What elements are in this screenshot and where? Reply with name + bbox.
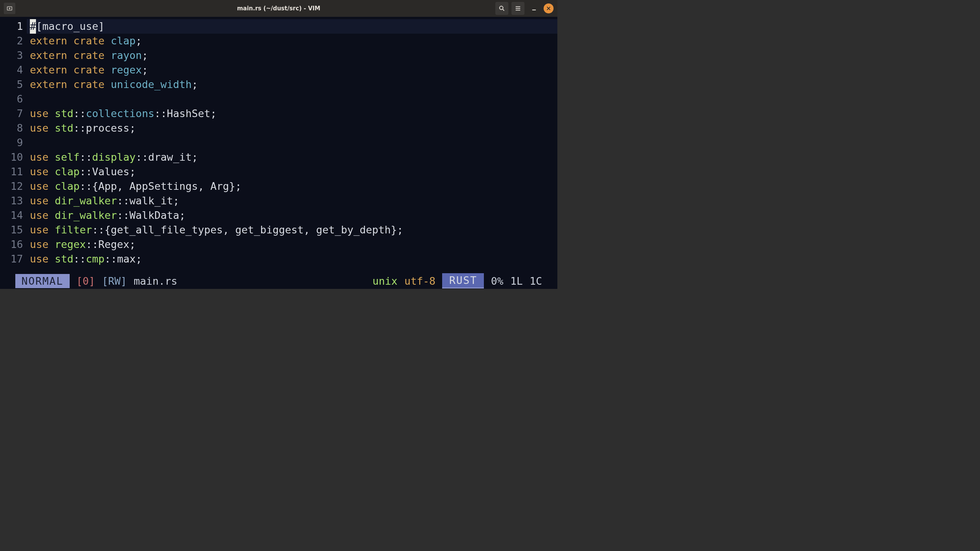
- window-title: main.rs (~/dust/src) - VIM: [237, 5, 320, 12]
- code-line[interactable]: extern crate rayon;: [27, 48, 557, 63]
- line-number: 2: [0, 34, 23, 48]
- line-number: 10: [0, 150, 23, 165]
- code-area[interactable]: 1234567891011121314151617 #[macro_use]ex…: [0, 17, 557, 273]
- code-line[interactable]: use clap::{App, AppSettings, Arg};: [27, 179, 557, 194]
- code-line[interactable]: extern crate clap;: [27, 34, 557, 48]
- svg-line-4: [503, 9, 504, 11]
- line-number: 4: [0, 63, 23, 77]
- status-encoding: utf-8: [404, 275, 435, 287]
- desktop-gap: [0, 289, 557, 302]
- code-line[interactable]: extern crate unicode_width;: [27, 77, 557, 92]
- code-line[interactable]: use std::collections::HashSet;: [27, 106, 557, 121]
- code-line[interactable]: use regex::Regex;: [27, 237, 557, 252]
- vim-mode: NORMAL: [15, 274, 70, 288]
- code-lines[interactable]: #[macro_use]extern crate clap;extern cra…: [27, 19, 557, 273]
- line-number: 12: [0, 179, 23, 194]
- code-line[interactable]: #[macro_use]: [27, 19, 557, 34]
- status-line-number: 1L: [510, 275, 523, 287]
- code-line[interactable]: use dir_walker::walk_it;: [27, 194, 557, 208]
- line-number: 9: [0, 135, 23, 150]
- line-number: 1: [0, 19, 23, 34]
- code-line[interactable]: use std::process;: [27, 121, 557, 135]
- close-button[interactable]: [544, 3, 554, 13]
- code-line[interactable]: extern crate regex;: [27, 63, 557, 77]
- status-filetype: RUST: [442, 273, 484, 289]
- search-button[interactable]: [495, 2, 508, 15]
- line-number: 7: [0, 106, 23, 121]
- code-line[interactable]: use std::cmp::max;: [27, 252, 557, 266]
- code-line[interactable]: use filter::{get_all_file_types, get_big…: [27, 223, 557, 237]
- code-line[interactable]: use clap::Values;: [27, 165, 557, 179]
- menu-button[interactable]: [511, 2, 524, 15]
- terminal-window: main.rs (~/dust/src) - VIM: [0, 0, 557, 302]
- line-number: 17: [0, 252, 23, 266]
- svg-point-3: [500, 6, 503, 10]
- status-readwrite: [RW]: [102, 275, 127, 287]
- status-modified: [0]: [77, 275, 95, 287]
- line-number: 5: [0, 77, 23, 92]
- minimize-icon: [531, 5, 537, 11]
- status-percent: 0%: [491, 275, 503, 287]
- line-number: 14: [0, 208, 23, 223]
- cursor: #: [30, 19, 36, 34]
- line-number: 6: [0, 92, 23, 106]
- titlebar: main.rs (~/dust/src) - VIM: [0, 0, 557, 17]
- line-number: 13: [0, 194, 23, 208]
- search-icon: [498, 5, 505, 12]
- code-line[interactable]: use self::display::draw_it;: [27, 150, 557, 165]
- code-line[interactable]: [27, 92, 557, 106]
- line-number-gutter: 1234567891011121314151617: [0, 19, 27, 273]
- status-line: NORMAL [0] [RW] main.rs unix utf-8 RUST …: [0, 273, 557, 289]
- line-number: 11: [0, 165, 23, 179]
- close-icon: [546, 6, 551, 11]
- status-fileformat: unix: [372, 275, 397, 287]
- line-number: 3: [0, 48, 23, 63]
- code-line[interactable]: [27, 135, 557, 150]
- status-filename: main.rs: [134, 275, 177, 287]
- code-line[interactable]: use dir_walker::WalkData;: [27, 208, 557, 223]
- status-column: 1C: [529, 275, 557, 287]
- editor[interactable]: 1234567891011121314151617 #[macro_use]ex…: [0, 17, 557, 289]
- minimize-button[interactable]: [528, 2, 541, 15]
- line-number: 16: [0, 237, 23, 252]
- line-number: 8: [0, 121, 23, 135]
- hamburger-icon: [514, 5, 521, 12]
- new-tab-button[interactable]: [4, 3, 15, 14]
- line-number: 15: [0, 223, 23, 237]
